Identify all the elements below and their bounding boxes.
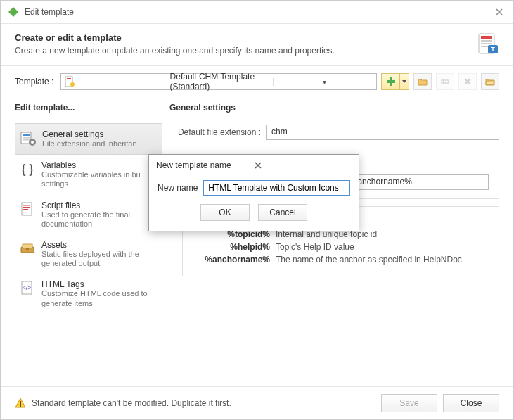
svg-text:</>: </> [22,284,31,291]
warning-text: Standard template can't be modified. Dup… [32,398,375,408]
svg-point-10 [70,82,75,87]
subst-row: %anchorname% The name of the anchor as s… [193,255,489,265]
sidebar-item-label: Script files [41,201,158,210]
open-folder-button[interactable] [413,73,432,90]
window-close-button[interactable] [492,5,506,19]
header-subheading: Create a new template or update an exist… [15,46,499,56]
template-dropdown[interactable]: Default CHM Template (Standard) ▾ [60,73,377,90]
subst-key: %helpid% [193,242,270,252]
subst-key: %anchorname% [193,255,270,265]
dialog-close-button[interactable] [254,161,352,170]
svg-rect-26 [23,209,28,210]
svg-text:T: T [491,46,495,53]
script-icon [19,201,36,217]
sidebar-item-label: HTML Tags [41,279,158,289]
new-name-input[interactable] [203,180,350,196]
svg-rect-25 [23,207,30,208]
default-extension-input[interactable]: chm [266,125,499,140]
svg-text:{ }: { } [21,162,33,176]
svg-rect-18 [23,137,30,139]
content-heading: General settings [169,103,499,117]
subst-row: %helpid% Topic's Help ID value [193,242,489,252]
sidebar-item-variables[interactable]: { } Variables Customizable variables in … [15,155,162,194]
cancel-button[interactable]: Cancel [258,204,307,221]
settings-icon [20,129,37,146]
row-default-extension: Default file extension : chm [169,125,499,140]
save-button: Save [381,394,437,412]
assets-icon [19,240,36,257]
titlebar: Edit template [1,1,513,24]
svg-rect-24 [23,205,30,206]
svg-marker-13 [402,80,406,83]
template-selector-row: Template : Default CHM Template (Standar… [1,66,513,97]
sidebar-heading: Edit template... [15,103,162,117]
ok-button[interactable]: OK [200,204,250,221]
sidebar-item-html-tags[interactable]: </> HTML Tags Customize HTML code used t… [15,274,162,313]
add-template-split-button[interactable] [381,73,409,90]
dialog-name-row: New name [158,180,350,196]
close-button[interactable]: Close [443,394,499,412]
svg-rect-29 [26,248,29,250]
sidebar-item-label: General settings [42,129,137,139]
default-extension-label: Default file extension : [169,127,261,137]
chevron-down-icon: ▾ [273,78,376,86]
rename-button [436,73,454,90]
content-panel: General settings Default file extension … [169,103,499,379]
sidebar-item-label: Variables [41,160,158,170]
svg-rect-4 [481,43,492,44]
subst-value: The name of the anchor as specified in H… [276,255,462,265]
dialog-titlebar: New template name [149,155,359,176]
dialog-title: New template name [156,160,254,170]
sidebar-item-desc: Static files deployed with the generated… [41,250,158,268]
sidebar: Edit template... General settings File e… [15,103,162,379]
sidebar-item-desc: Used to generate the final documentation [41,210,158,229]
svg-rect-2 [481,36,492,39]
svg-rect-19 [23,139,30,141]
svg-rect-14 [442,80,449,83]
svg-marker-0 [8,7,18,17]
sidebar-item-desc: Customize HTML code used to generate ite… [41,289,158,307]
new-name-label: New name [158,183,198,193]
main-area: Edit template... General settings File e… [1,97,513,386]
template-file-icon [64,76,167,87]
warning-icon [15,397,26,409]
sidebar-item-script-files[interactable]: Script files Used to generate the final … [15,195,162,234]
sidebar-item-label: Assets [41,240,158,250]
window-title: Edit template [25,7,492,17]
svg-point-21 [31,141,34,144]
subst-value: Topic's Help ID value [276,242,354,252]
svg-rect-3 [481,40,492,42]
new-template-name-dialog: New template name New name OK Cancel [148,154,359,231]
sidebar-item-desc: File extension and inheritan [42,139,137,148]
sidebar-item-desc: Customizable variables in bu settings [41,170,158,189]
footer: Standard template can't be modified. Dup… [1,386,513,419]
svg-rect-9 [67,78,71,79]
delete-button [458,73,477,90]
braces-icon: { } [19,160,36,177]
svg-rect-12 [387,80,395,83]
template-label: Template : [15,77,53,87]
edit-template-window: Edit template Create or edit a template … [0,0,514,420]
header: Create or edit a template Create a new t… [1,24,513,66]
sidebar-item-general-settings[interactable]: General settings File extension and inhe… [15,123,162,155]
template-large-icon: T [477,32,499,55]
browse-folder-button[interactable] [481,73,499,90]
svg-rect-33 [20,401,21,405]
svg-rect-28 [23,244,32,248]
app-icon [8,6,19,18]
sidebar-item-assets[interactable]: Assets Static files deployed with the ge… [15,234,162,274]
svg-rect-34 [20,405,21,407]
svg-rect-17 [23,134,30,136]
add-template-dropdown[interactable] [399,73,409,90]
add-template-button[interactable] [381,73,399,90]
html-tags-icon: </> [19,279,36,296]
header-heading: Create or edit a template [15,32,499,43]
template-selected-text: Default CHM Template (Standard) [170,72,273,91]
